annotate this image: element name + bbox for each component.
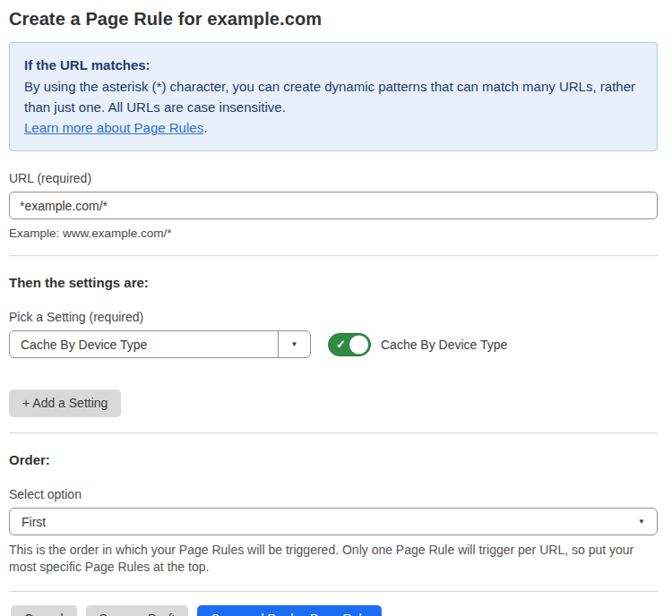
toggle-knob [349, 335, 368, 354]
toggle-label: Cache By Device Type [381, 338, 507, 352]
info-banner-heading: If the URL matches: [24, 55, 642, 75]
url-field-label: URL (required) [9, 171, 658, 185]
checkmark-icon: ✓ [336, 338, 346, 351]
learn-more-link[interactable]: Learn more about Page Rules [24, 120, 203, 135]
add-setting-button[interactable]: + Add a Setting [9, 389, 121, 417]
order-helper-text: This is the order in which your Page Rul… [9, 542, 654, 576]
page-rule-form: Create a Page Rule for example.com If th… [0, 0, 672, 616]
divider [9, 255, 658, 256]
order-dropdown-value: First [22, 515, 46, 529]
settings-section-heading: Then the settings are: [9, 275, 658, 290]
info-banner-link-line: Learn more about Page Rules. [24, 117, 642, 138]
divider [9, 591, 658, 592]
order-select-label: Select option [9, 487, 658, 501]
footer-actions: Cancel Save as Draft Save and Deploy Pag… [9, 605, 658, 616]
save-and-deploy-button[interactable]: Save and Deploy Page Rule [197, 605, 382, 616]
cache-by-device-type-toggle[interactable]: ✓ [328, 333, 371, 356]
save-as-draft-button[interactable]: Save as Draft [86, 605, 189, 616]
setting-dropdown-arrow-button[interactable]: ▼ [278, 331, 310, 357]
order-section-heading: Order: [9, 452, 658, 467]
url-input[interactable] [9, 192, 658, 219]
cancel-button[interactable]: Cancel [11, 605, 77, 616]
page-title: Create a Page Rule for example.com [9, 9, 658, 30]
pick-setting-label: Pick a Setting (required) [9, 310, 658, 324]
url-example-helper: Example: www.example.com/* [9, 227, 658, 240]
divider [9, 432, 658, 433]
chevron-down-icon: ▼ [291, 341, 298, 348]
setting-dropdown[interactable]: Cache By Device Type ▼ [9, 330, 311, 358]
order-dropdown[interactable]: First ▼ [9, 508, 658, 535]
info-banner-body: By using the asterisk (*) character, you… [24, 76, 642, 117]
setting-row: Cache By Device Type ▼ ✓ Cache By Device… [9, 330, 658, 358]
link-period: . [203, 120, 207, 135]
setting-dropdown-value: Cache By Device Type [10, 331, 278, 357]
url-match-info-banner: If the URL matches: By using the asteris… [9, 42, 658, 151]
chevron-down-icon: ▼ [638, 518, 645, 526]
